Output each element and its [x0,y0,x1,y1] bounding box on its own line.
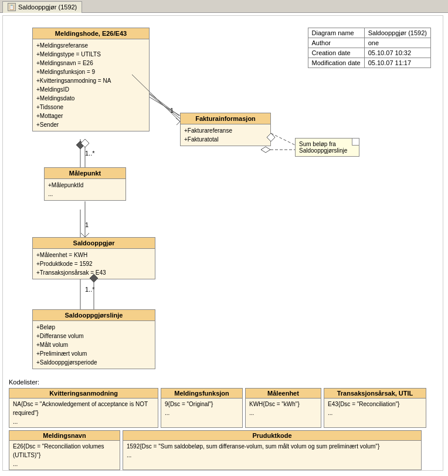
class-saldooppgjorslinje-body: +Beløp +Differanse volum +Målt volum +Pr… [33,321,155,369]
tab-icon: 📋 [8,3,16,11]
codeliste-section: Kodelister: Kvitteringsanmodning NA{Dsc … [9,379,440,470]
active-tab[interactable]: 📋 Saldooppgjør (1592) [2,1,82,13]
class-saldooppgjor-title: Saldooppgjør [33,238,155,249]
info-value-diagram: Saldooppgjør (1592) [364,28,430,38]
codeliste-box-maleenhet-title: Måleenhet [246,389,321,399]
class-saldooppgjorslinje: Saldooppgjørslinje +Beløp +Differanse vo… [32,309,155,369]
svg-marker-11 [81,139,89,147]
codeliste-box-transaksjonsarsak: Transaksjonsårsak, UTIL E43{Dsc = "Recon… [324,388,426,428]
codeliste-box-transaksjonsarsak-body: E43{Dsc = "Reconciliation"} ... [324,399,426,418]
codeliste-box-pruduktkode-body: 1592{Dsc = "Sum saldobeløp, sum differan… [123,441,421,461]
info-value-author: one [364,38,430,48]
codeliste-box-meldingsfunksjon: Meldingsfunksjon 9{Dsc = "Original"} ... [161,388,243,428]
info-label-diagram: Diagram name [308,28,364,38]
tab-label: Saldooppgjør (1592) [18,4,77,11]
codeliste-box-pruduktkode-title: Pruduktkode [123,431,421,441]
codeliste-grid: Kvitteringsanmodning NA{Dsc = "Acknowled… [9,388,440,428]
multiplicity-1star-bot: 1..* [85,286,95,293]
codeliste-box-meldingsnavn: Meldingsnavn E26{Dsc = "Reconciliation v… [9,430,120,470]
class-fakturainformasjon: Fakturainformasjon +Fakturareferanse +Fa… [180,113,271,146]
codeliste-label: Kodelister: [9,379,440,386]
codeliste-box-meldingsfunksjon-title: Meldingsfunksjon [161,389,242,399]
info-label-modification: Modification date [308,58,364,68]
info-label-author: Author [308,38,364,48]
codeliste-box-meldingsnavn-title: Meldingsnavn [9,431,120,441]
codeliste-box-kvitteringsanmodning-body: NA{Dsc = "Acknowledgement of acceptance … [9,399,158,427]
svg-marker-6 [76,141,84,149]
class-meldingshode-body: +Meldingsreferanse +Meldingstype = UTILT… [33,39,149,131]
codeliste-box-kvitteringsanmodning: Kvitteringsanmodning NA{Dsc = "Acknowled… [9,388,158,428]
class-meldingshode-title: Meldingshode, E26/E43 [33,28,149,39]
note-box: Sum beløp fraSaldooppgjørslinje [295,138,359,157]
info-value-modification: 05.10.07 11:17 [364,58,430,68]
tab-bar: 📋 Saldooppgjør (1592) [0,0,448,13]
svg-marker-5 [261,147,270,153]
multiplicity-1-mid: 1 [85,221,89,228]
class-fakturainformasjon-title: Fakturainformasjon [181,113,270,124]
codeliste-box-meldingsnavn-body: E26{Dsc = "Reconciliation volumes (UTILT… [9,441,120,470]
info-table: Diagram name Saldooppgjør (1592) Author … [308,28,431,68]
class-malepunkt-body: +MålepunktId ... [45,179,125,200]
class-saldooppgjor: Saldooppgjør +Måleenhet = KWH +Produktko… [32,237,155,279]
class-meldingshode: Meldingshode, E26/E43 +Meldingsreferanse… [32,28,150,131]
class-malepunkt-title: Målepunkt [45,168,125,179]
codeliste-box-maleenhet: Måleenhet KWH{Dsc = "kWh"} ... [245,388,321,428]
class-malepunkt: Målepunkt +MålepunktId ... [44,167,126,201]
multiplicity-1star-top: 1..* [85,150,95,157]
main-canvas: Diagram name Saldooppgjør (1592) Author … [2,15,443,471]
codeliste-box-kvitteringsanmodning-title: Kvitteringsanmodning [9,389,158,399]
note-text: Sum beløp fraSaldooppgjørslinje [299,141,355,154]
codeliste-box-pruduktkode: Pruduktkode 1592{Dsc = "Sum saldobeløp, … [123,430,422,470]
codeliste-box-meldingsfunksjon-body: 9{Dsc = "Original"} ... [161,399,242,418]
codeliste-grid-row2: Meldingsnavn E26{Dsc = "Reconciliation v… [9,430,440,470]
multiplicity-1-top: 1 [170,107,174,114]
note-corner [352,139,359,146]
svg-line-15 [271,133,295,145]
info-value-creation: 05.10.07 10:32 [364,48,430,58]
info-label-creation: Creation date [308,48,364,58]
class-saldooppgjorslinje-title: Saldooppgjørslinje [33,310,155,321]
class-fakturainformasjon-body: +Fakturareferanse +Fakturatotal [181,124,270,146]
codeliste-box-transaksjonsarsak-title: Transaksjonsårsak, UTIL [324,389,426,399]
codeliste-box-maleenhet-body: KWH{Dsc = "kWh"} ... [246,399,321,418]
class-saldooppgjor-body: +Måleenhet = KWH +Produktkode = 1592 +Tr… [33,249,155,279]
